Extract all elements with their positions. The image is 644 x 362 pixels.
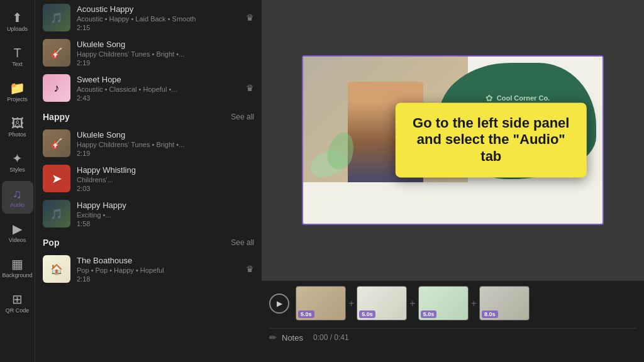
track-meta-happy-1: Childrens'... — [77, 176, 254, 184]
sidebar-item-uploads[interactable]: ⬆Uploads — [2, 5, 33, 38]
sidebar-label-text: Text — [12, 61, 23, 67]
track-meta-top-1: Happy Childrens' Tunes • Bright •... — [77, 50, 254, 58]
track-info-happy-2: Happy HappyExciting •...1:58 — [77, 200, 254, 228]
timeline-bottom: ✏ Notes 0:00 / 0:41 — [269, 328, 636, 343]
see-all-happy[interactable]: See all — [231, 112, 254, 121]
track-thumb-pink: ♪ — [43, 74, 70, 102]
sidebar-label-projects: Projects — [7, 96, 28, 102]
track-duration-top-0: 2:15 — [77, 24, 240, 31]
track-thumb-road: 🎵 — [43, 200, 70, 228]
tooltip-overlay: Go to the left side panel and select the… — [396, 102, 587, 177]
blob-logo-area: ✿ Cool Corner Co. — [486, 93, 550, 103]
sidebar-item-photos[interactable]: 🖼Photos — [2, 111, 33, 143]
company-name: Cool Corner Co. — [497, 94, 550, 102]
time-display: 0:00 / 0:41 — [313, 333, 349, 342]
audio-track-happy-2[interactable]: 🎵Happy HappyExciting •...1:58 — [40, 196, 257, 231]
company-logo-icon: ✿ — [486, 93, 493, 103]
audio-track-top-1[interactable]: 🎸Ukulele SongHappy Childrens' Tunes • Br… — [40, 35, 257, 70]
icon-sidebar: ⬆UploadsTText📁Projects🖼Photos✦Styles♫Aud… — [0, 0, 35, 362]
slide-plus-1: + — [348, 298, 354, 309]
sidebar-label-uploads: Uploads — [7, 26, 28, 32]
track-thumb-boathouse: 🏠 — [43, 255, 70, 283]
track-info-top-1: Ukulele SongHappy Childrens' Tunes • Bri… — [77, 40, 254, 67]
slide-duration-badge-2: 5.0s — [421, 310, 437, 318]
slide-thumb-3[interactable]: 8.0s — [479, 286, 530, 321]
crown-icon-top-0: ♛ — [246, 13, 254, 23]
track-name-top-0: Acoustic Happy — [77, 4, 240, 14]
track-duration-top-2: 2:43 — [77, 94, 240, 102]
track-duration-happy-0: 2:19 — [77, 150, 254, 157]
see-all-pop[interactable]: See all — [231, 238, 254, 247]
track-thumb-ukulele: 🎸 — [43, 39, 70, 67]
main-area: ✿ Cool Corner Co. Welcome to our new hir… — [262, 0, 644, 362]
track-name-happy-2: Happy Happy — [77, 200, 254, 210]
track-name-happy-1: Happy Whistling — [77, 165, 254, 175]
notes-icon: ✏ — [269, 332, 277, 343]
sidebar-label-audio: Audio — [10, 202, 25, 208]
audio-track-pop-0[interactable]: 🏠The BoathousePop • Pop • Happy • Hopefu… — [40, 251, 257, 287]
sidebar-item-background[interactable]: ▦Background — [2, 251, 33, 284]
track-thumb-road: 🎵 — [43, 4, 70, 31]
track-meta-top-0: Acoustic • Happy • Laid Back • Smooth — [77, 15, 240, 23]
slide-duration-badge-0: 5.0s — [298, 310, 314, 318]
audio-icon: ♫ — [13, 187, 22, 200]
sidebar-item-styles[interactable]: ✦Styles — [2, 146, 33, 178]
sidebar-item-audio[interactable]: ♫Audio — [2, 181, 33, 214]
section-title-happy: Happy — [43, 112, 70, 122]
sidebar-label-styles: Styles — [9, 167, 25, 173]
audio-panel: 🎵Acoustic HappyAcoustic • Happy • Laid B… — [35, 0, 262, 362]
track-name-pop-0: The Boathouse — [77, 256, 240, 265]
track-meta-top-2: Acoustic • Classical • Hopeful •... — [77, 85, 240, 93]
videos-icon: ▶ — [13, 222, 22, 235]
track-name-top-2: Sweet Hope — [77, 75, 240, 84]
section-header-happy: HappySee all — [40, 106, 257, 126]
timeline-slides: 5.0s+5.0s+5.0s+8.0s — [296, 286, 530, 321]
crown-icon-top-2: ♛ — [246, 83, 254, 93]
audio-track-top-0[interactable]: 🎵Acoustic HappyAcoustic • Happy • Laid B… — [40, 0, 257, 35]
track-thumb-ukulele: 🎸 — [43, 129, 70, 157]
track-duration-pop-0: 2:18 — [77, 275, 240, 283]
slide-thumb-0[interactable]: 5.0s — [296, 286, 346, 321]
audio-track-happy-1[interactable]: ➤Happy WhistlingChildrens'...2:03 — [40, 161, 257, 196]
sidebar-item-videos[interactable]: ▶Videos — [2, 216, 33, 249]
sidebar-label-qrcode: QR Code — [6, 307, 30, 314]
uploads-icon: ⬆ — [12, 11, 23, 24]
track-info-happy-0: Ukulele SongHappy Childrens' Tunes • Bri… — [77, 130, 254, 157]
section-header-pop: PopSee all — [40, 231, 257, 251]
timeline-controls: ▶ 5.0s+5.0s+5.0s+8.0s — [269, 286, 636, 321]
audio-track-happy-0[interactable]: 🎸Ukulele SongHappy Childrens' Tunes • Br… — [40, 126, 257, 161]
track-thumb-arrow: ➤ — [43, 165, 70, 192]
text-icon: T — [13, 47, 21, 59]
timeline-area: ▶ 5.0s+5.0s+5.0s+8.0s ✏ Notes 0:00 / 0:4… — [262, 280, 644, 362]
track-info-happy-1: Happy WhistlingChildrens'...2:03 — [77, 165, 254, 192]
background-icon: ▦ — [11, 258, 23, 270]
slide-plus-2: + — [409, 298, 415, 309]
notes-label[interactable]: Notes — [282, 333, 303, 343]
track-name-happy-0: Ukulele Song — [77, 130, 254, 140]
track-info-top-0: Acoustic HappyAcoustic • Happy • Laid Ba… — [77, 4, 240, 31]
styles-icon: ✦ — [12, 152, 23, 165]
sidebar-label-background: Background — [2, 272, 32, 278]
track-meta-happy-0: Happy Childrens' Tunes • Bright •... — [77, 141, 254, 148]
track-name-top-1: Ukulele Song — [77, 40, 254, 49]
slide-plus-3: + — [471, 298, 477, 309]
sidebar-item-qrcode[interactable]: ⊞QR Code — [2, 287, 33, 319]
slide-duration-badge-1: 5.0s — [359, 310, 375, 318]
sidebar-label-photos: Photos — [8, 131, 26, 138]
tooltip-text: Go to the left side panel and select the… — [411, 115, 572, 165]
track-duration-happy-1: 2:03 — [77, 185, 254, 192]
track-meta-happy-2: Exciting •... — [77, 211, 254, 219]
sidebar-label-videos: Videos — [9, 237, 26, 243]
track-duration-happy-2: 1:58 — [77, 220, 254, 228]
crown-icon-pop-0: ♛ — [246, 264, 254, 274]
track-info-pop-0: The BoathousePop • Pop • Happy • Hopeful… — [77, 256, 240, 283]
sidebar-item-projects[interactable]: 📁Projects — [2, 75, 33, 108]
audio-track-top-2[interactable]: ♪Sweet HopeAcoustic • Classical • Hopefu… — [40, 70, 257, 106]
track-info-top-2: Sweet HopeAcoustic • Classical • Hopeful… — [77, 75, 240, 102]
slide-thumb-2[interactable]: 5.0s — [418, 286, 469, 321]
section-title-pop: Pop — [43, 238, 59, 248]
slide-thumb-1[interactable]: 5.0s — [357, 286, 407, 321]
projects-icon: 📁 — [9, 82, 25, 94]
play-button[interactable]: ▶ — [269, 293, 289, 314]
sidebar-item-text[interactable]: TText — [2, 40, 33, 73]
